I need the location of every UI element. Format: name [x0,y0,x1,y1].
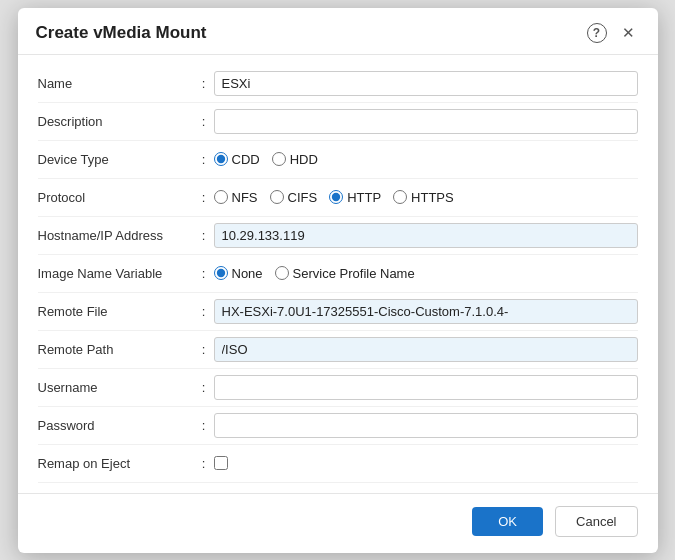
description-label: Description [38,114,198,129]
remap-colon: : [198,456,214,471]
device-type-cdd-radio[interactable] [214,152,228,166]
protocol-http-label[interactable]: HTTP [329,190,381,205]
password-label: Password [38,418,198,433]
hostname-label: Hostname/IP Address [38,228,198,243]
hostname-row: Hostname/IP Address : [38,217,638,255]
dialog-title: Create vMedia Mount [36,23,207,43]
protocol-nfs-radio[interactable] [214,190,228,204]
protocol-nfs-text: NFS [232,190,258,205]
device-type-colon: : [198,152,214,167]
remap-checkbox[interactable] [214,456,228,470]
dialog-header-icons: ? ✕ [587,22,640,44]
protocol-http-radio[interactable] [329,190,343,204]
hostname-input[interactable] [214,223,638,248]
device-type-label: Device Type [38,152,198,167]
create-vmedia-mount-dialog: Create vMedia Mount ? ✕ Name : Descripti… [18,8,658,553]
name-label: Name [38,76,198,91]
cancel-button[interactable]: Cancel [555,506,637,537]
username-label: Username [38,380,198,395]
image-name-row: Image Name Variable : None Service Profi… [38,255,638,293]
name-colon: : [198,76,214,91]
remap-row: Remap on Eject : [38,445,638,483]
name-control [214,71,638,96]
username-colon: : [198,380,214,395]
protocol-cifs-radio[interactable] [270,190,284,204]
ok-button[interactable]: OK [472,507,543,536]
remap-control [214,456,638,470]
dialog-body: Name : Description : Device Type : CDD [18,55,658,493]
device-type-hdd-radio[interactable] [272,152,286,166]
remote-file-colon: : [198,304,214,319]
remap-label: Remap on Eject [38,456,198,471]
description-control [214,109,638,134]
password-control [214,413,638,438]
image-name-spn-text: Service Profile Name [293,266,415,281]
protocol-cifs-text: CIFS [288,190,318,205]
image-name-none-text: None [232,266,263,281]
username-control [214,375,638,400]
protocol-https-label[interactable]: HTTPS [393,190,454,205]
hostname-control [214,223,638,248]
username-row: Username : [38,369,638,407]
image-name-label: Image Name Variable [38,266,198,281]
name-input[interactable] [214,71,638,96]
password-colon: : [198,418,214,433]
image-name-spn-label[interactable]: Service Profile Name [275,266,415,281]
remote-file-control [214,299,638,324]
device-type-control: CDD HDD [214,152,638,167]
description-row: Description : [38,103,638,141]
protocol-cifs-label[interactable]: CIFS [270,190,318,205]
device-type-hdd-text: HDD [290,152,318,167]
remote-path-row: Remote Path : [38,331,638,369]
device-type-hdd-label[interactable]: HDD [272,152,318,167]
image-name-spn-radio[interactable] [275,266,289,280]
password-input[interactable] [214,413,638,438]
image-name-none-radio[interactable] [214,266,228,280]
protocol-nfs-label[interactable]: NFS [214,190,258,205]
hostname-colon: : [198,228,214,243]
remote-file-input[interactable] [214,299,638,324]
image-name-control: None Service Profile Name [214,266,638,281]
remote-path-control [214,337,638,362]
remote-path-colon: : [198,342,214,357]
dialog-header: Create vMedia Mount ? ✕ [18,8,658,55]
protocol-http-text: HTTP [347,190,381,205]
dialog-footer: OK Cancel [18,493,658,553]
protocol-https-text: HTTPS [411,190,454,205]
name-row: Name : [38,65,638,103]
device-type-row: Device Type : CDD HDD [38,141,638,179]
image-name-none-label[interactable]: None [214,266,263,281]
password-row: Password : [38,407,638,445]
protocol-colon: : [198,190,214,205]
protocol-label: Protocol [38,190,198,205]
remote-path-label: Remote Path [38,342,198,357]
image-name-colon: : [198,266,214,281]
help-icon[interactable]: ? [587,23,607,43]
device-type-cdd-text: CDD [232,152,260,167]
remote-file-label: Remote File [38,304,198,319]
protocol-https-radio[interactable] [393,190,407,204]
description-input[interactable] [214,109,638,134]
username-input[interactable] [214,375,638,400]
description-colon: : [198,114,214,129]
close-button[interactable]: ✕ [617,22,640,44]
device-type-cdd-label[interactable]: CDD [214,152,260,167]
remote-path-input[interactable] [214,337,638,362]
remote-file-row: Remote File : [38,293,638,331]
protocol-control: NFS CIFS HTTP HTTPS [214,190,638,205]
protocol-row: Protocol : NFS CIFS HTTP HTTPS [38,179,638,217]
